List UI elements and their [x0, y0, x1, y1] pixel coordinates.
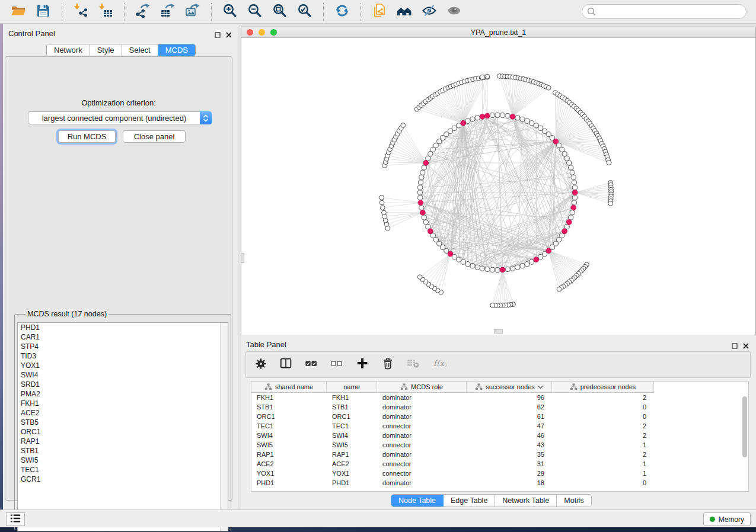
cell: 2: [552, 421, 654, 431]
search-icon: [586, 7, 596, 17]
delete-column-button[interactable]: [381, 357, 396, 373]
close-panel-icon[interactable]: [743, 341, 749, 351]
select-stepper-icon: [200, 111, 212, 124]
cell: 1: [552, 440, 654, 450]
cell: RAP1: [251, 450, 327, 459]
cell: connector: [377, 440, 467, 450]
add-column-button[interactable]: [355, 357, 371, 373]
mcds-result-item[interactable]: PHD1: [18, 323, 228, 332]
sort-chevron-icon[interactable]: [538, 385, 543, 389]
table-row[interactable]: PHD1PHD1dominator180: [251, 478, 748, 488]
mcds-result-item[interactable]: STB1: [18, 446, 228, 456]
export-table-button[interactable]: [158, 2, 177, 21]
optimization-criterion-select[interactable]: largest connected component (undirected): [28, 111, 212, 124]
show-eye-button[interactable]: [445, 2, 464, 21]
cell: RAP1: [327, 450, 377, 459]
zoom-selected-button[interactable]: [295, 2, 314, 21]
save-button[interactable]: [34, 2, 53, 21]
select-all-button[interactable]: [304, 357, 320, 373]
export-network-icon: [135, 3, 151, 21]
tab-select[interactable]: Select: [122, 44, 158, 56]
mcds-result-title: MCDS result (17 nodes): [25, 310, 109, 318]
close-panel-icon[interactable]: [226, 30, 232, 40]
mcds-result-item[interactable]: SWI5: [18, 456, 228, 465]
export-image-button[interactable]: [183, 2, 202, 21]
table-row[interactable]: STB1STB1dominator620: [251, 402, 748, 412]
table-row[interactable]: TEC1TEC1connector472: [251, 421, 748, 431]
cell: STB1: [327, 402, 377, 412]
import-table-button[interactable]: [96, 2, 115, 21]
table-row[interactable]: YOX1YOX1connector291: [251, 469, 748, 478]
import-network-button[interactable]: [71, 2, 90, 21]
table-row[interactable]: SWI5SWI5connector431: [251, 440, 748, 450]
clone-network-button[interactable]: [370, 2, 389, 21]
mcds-result-item[interactable]: SWI4: [18, 370, 228, 380]
mcds-result-item[interactable]: PMA2: [18, 389, 228, 399]
column-header-MCDS-role[interactable]: MCDS role: [377, 382, 467, 393]
search-input[interactable]: [596, 6, 746, 18]
deselect-all-button[interactable]: [330, 357, 345, 373]
mcds-result-item[interactable]: FKH1: [18, 399, 228, 408]
column-header-shared-name[interactable]: shared name: [251, 382, 327, 393]
optimization-criterion-label: Optimization criterion:: [5, 98, 232, 107]
cell: ORC1: [327, 412, 377, 421]
task-history-button[interactable]: [6, 512, 25, 526]
column-header-successor-nodes[interactable]: successor nodes: [467, 382, 552, 393]
zoom-fit-button[interactable]: [270, 2, 289, 21]
mcds-result-item[interactable]: STP4: [18, 342, 228, 351]
zoom-fit-icon: [272, 3, 288, 21]
tab-style[interactable]: Style: [90, 44, 122, 56]
export-network-button[interactable]: [133, 2, 152, 21]
control-panel: Control Panel NetworkStyleSelectMCDS Opt…: [3, 24, 238, 509]
table-row[interactable]: FKH1FKH1dominator962: [251, 393, 748, 402]
table-row[interactable]: ORC1ORC1dominator610: [251, 412, 748, 421]
open-folder-button[interactable]: [9, 2, 28, 21]
delete-table-button: [406, 357, 422, 373]
close-panel-button[interactable]: Close panel: [123, 130, 186, 143]
column-visibility-button[interactable]: [279, 357, 294, 373]
mcds-result-item[interactable]: TEC1: [18, 465, 228, 475]
float-panel-icon[interactable]: [732, 341, 738, 351]
split-pane-handle-left[interactable]: [241, 253, 244, 263]
table-row[interactable]: ACE2ACE2connector311: [251, 459, 748, 469]
mcds-result-item[interactable]: SRD1: [18, 380, 228, 389]
mcds-result-item[interactable]: CAR1: [18, 332, 228, 342]
mcds-result-item[interactable]: RAP1: [18, 437, 228, 446]
split-pane-handle-bottom[interactable]: [494, 329, 503, 334]
memory-button[interactable]: Memory: [703, 512, 751, 526]
network-canvas[interactable]: [241, 39, 755, 335]
zoom-out-icon: [247, 3, 263, 21]
tab-edge-table[interactable]: Edge Table: [444, 495, 495, 507]
refresh-layout-button[interactable]: [333, 2, 352, 21]
mcds-list-scrollbar[interactable]: [220, 323, 228, 531]
tab-node-table[interactable]: Node Table: [391, 495, 444, 507]
zoom-in-button[interactable]: [221, 2, 240, 21]
table-row[interactable]: RAP1RAP1dominator352: [251, 450, 748, 459]
mcds-result-item[interactable]: YOX1: [18, 361, 228, 370]
home-network-button[interactable]: [395, 2, 414, 21]
table-row[interactable]: SWI4SWI4dominator462: [251, 431, 748, 440]
float-panel-icon[interactable]: [215, 30, 221, 40]
export-table-icon: [160, 3, 176, 21]
run-mcds-button[interactable]: Run MCDS: [58, 130, 116, 143]
mcds-result-item[interactable]: ORC1: [18, 427, 228, 437]
selected-criterion: largest connected component (undirected): [28, 114, 200, 123]
settings-gear-button[interactable]: [253, 357, 269, 373]
home-network-icon: [397, 3, 412, 21]
mcds-result-item[interactable]: STB5: [18, 418, 228, 427]
tab-network[interactable]: Network: [47, 44, 90, 56]
toolbar-separator: [323, 3, 324, 21]
tab-mcds[interactable]: MCDS: [158, 44, 195, 56]
tab-network-table[interactable]: Network Table: [495, 495, 557, 507]
column-header-predecessor-nodes[interactable]: predecessor nodes: [552, 382, 654, 393]
mcds-result-item[interactable]: TID3: [18, 351, 228, 361]
search-box[interactable]: [582, 4, 747, 19]
zoom-out-button[interactable]: [245, 2, 264, 21]
mcds-result-item[interactable]: ACE2: [18, 408, 228, 418]
mcds-result-item[interactable]: GCR1: [18, 475, 228, 484]
cell: PHD1: [251, 478, 327, 488]
tab-motifs[interactable]: Motifs: [557, 495, 591, 507]
column-header-name[interactable]: name: [327, 382, 377, 393]
table-scrollbar[interactable]: [742, 396, 747, 457]
hide-selected-button[interactable]: [420, 2, 439, 21]
